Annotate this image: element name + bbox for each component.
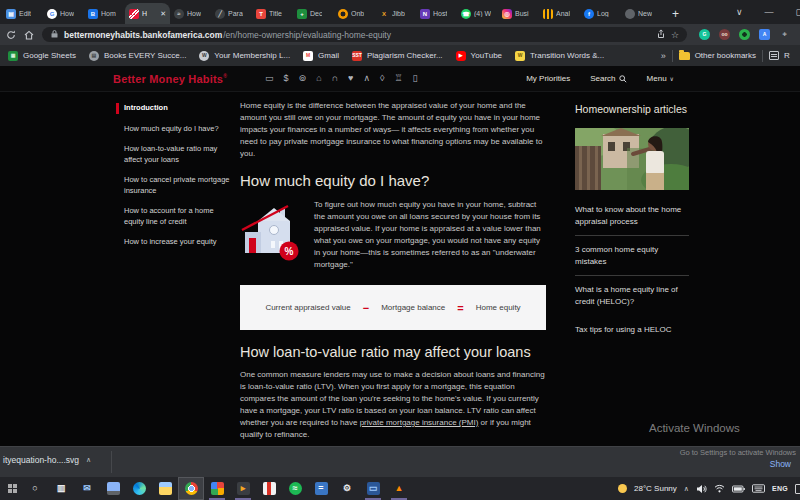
browser-tab[interactable]: ▤ Edit: [2, 3, 43, 24]
browser-tab[interactable]: Onb: [334, 3, 375, 24]
page-content: Better Money Habits® ▭$⊚⌂∩♥∧◊♖▯ My Prior…: [0, 66, 800, 446]
tab-close-icon[interactable]: ✕: [160, 10, 166, 18]
headphones-icon[interactable]: ∩: [332, 74, 338, 83]
toc-item[interactable]: How loan-to-value ratio may affect your …: [116, 144, 230, 165]
taskbar-app[interactable]: ✉: [74, 477, 100, 500]
weather-text[interactable]: 28°C Sunny: [634, 484, 677, 493]
url-bar[interactable]: bettermoneyhabits.bankofamerica.com/en/h…: [42, 27, 687, 42]
browser-tab[interactable]: X Jibb: [375, 3, 416, 24]
menu-button[interactable]: Menu ∨: [647, 74, 674, 83]
article-photo[interactable]: [575, 128, 689, 190]
share-icon[interactable]: [656, 29, 666, 41]
browser-tab[interactable]: Anal: [539, 3, 580, 24]
browser-tab[interactable]: ≈ How: [170, 3, 211, 24]
taskbar-app[interactable]: [256, 477, 282, 500]
battery-icon[interactable]: [732, 485, 745, 493]
new-tab-button[interactable]: +: [672, 7, 679, 21]
green-extension-icon[interactable]: [739, 29, 750, 40]
credit-card-icon[interactable]: ▭: [265, 74, 274, 83]
site-logo[interactable]: Better Money Habits®: [113, 73, 227, 85]
wifi-icon[interactable]: [714, 484, 725, 493]
taskbar-app[interactable]: ▥: [48, 477, 74, 500]
taskbar-app[interactable]: ○: [22, 477, 48, 500]
mask-extension-icon[interactable]: oo: [719, 29, 730, 40]
sidebar-article-link[interactable]: What is a home equity line of credit (HE…: [575, 276, 689, 315]
bookmark-item[interactable]: M Gmail: [303, 51, 339, 61]
tab-search-chevron-icon[interactable]: ∨: [736, 7, 743, 17]
home-icon[interactable]: [24, 30, 34, 40]
taskbar-app[interactable]: ▲: [386, 477, 412, 500]
graduation-cap-icon[interactable]: ∧: [363, 74, 370, 83]
downloaded-file[interactable]: ityequation-ho....svg ∧: [3, 455, 91, 465]
maximize-button[interactable]: ▢: [795, 7, 800, 17]
hidden-icons-chevron[interactable]: ∧: [684, 485, 689, 493]
browser-tab[interactable]: ╱ Para: [211, 3, 252, 24]
bookmark-item[interactable]: SST Plagiarism Checker...: [352, 51, 443, 61]
bookmark-star-icon[interactable]: ☆: [671, 30, 679, 40]
url-path: /en/home-ownership/evaluating-home-equit…: [223, 30, 391, 40]
translate-icon[interactable]: A: [759, 29, 770, 40]
spotify-icon: ≈: [289, 482, 302, 495]
taskbar-app[interactable]: [126, 477, 152, 500]
browser-tab[interactable]: T Title: [252, 3, 293, 24]
browser-tab[interactable]: G How: [43, 3, 84, 24]
keyboard-icon[interactable]: [752, 484, 765, 493]
browser-tab[interactable]: f Log: [580, 3, 621, 24]
piggy-bank-icon[interactable]: ⊚: [299, 74, 307, 83]
taskbar-app[interactable]: =: [308, 477, 334, 500]
download-caret-icon[interactable]: ∧: [86, 456, 91, 464]
taskbar-app[interactable]: [204, 477, 230, 500]
other-bookmarks[interactable]: Other bookmarks: [679, 51, 756, 60]
toc-item[interactable]: How to account for a home equity line of…: [116, 206, 230, 227]
touch-keyboard-icon[interactable]: [795, 484, 800, 494]
grammarly-icon[interactable]: G: [699, 29, 710, 40]
sidebar-article-link[interactable]: 3 common home equity mistakes: [575, 236, 689, 276]
taskbar-app[interactable]: ⚙: [334, 477, 360, 500]
browser-tab[interactable]: ☎ (4) W: [457, 3, 498, 24]
document-icon[interactable]: ▯: [413, 74, 418, 83]
taskbar-app[interactable]: [178, 477, 204, 500]
toc-item[interactable]: How to increase your equity: [116, 237, 230, 248]
bookmark-item[interactable]: W Your Membership L...: [199, 51, 290, 61]
show-all-downloads-button[interactable]: Show: [770, 459, 791, 469]
weather-sun-icon[interactable]: [618, 484, 627, 493]
sidebar-article-link[interactable]: Tax tips for using a HELOC: [575, 316, 689, 344]
taskbar-app[interactable]: [100, 477, 126, 500]
sidebar-article-link[interactable]: What to know about the home appraisal pr…: [575, 196, 689, 236]
toc-item[interactable]: Introduction: [116, 103, 230, 114]
bank-icon[interactable]: ♖: [394, 74, 402, 83]
toc-item[interactable]: How to cancel private mortgage insurance: [116, 175, 230, 196]
language-indicator[interactable]: ENG: [772, 485, 788, 492]
search-button[interactable]: Search: [590, 74, 626, 83]
category-icons: ▭$⊚⌂∩♥∧◊♖▯: [265, 74, 417, 83]
pmi-link[interactable]: private mortgage insurance (PMI): [360, 418, 479, 427]
dollar-icon[interactable]: $: [284, 74, 289, 83]
taskbar-app[interactable]: ▸: [230, 477, 256, 500]
browser-tab[interactable]: N Host: [416, 3, 457, 24]
bookmark-item[interactable]: ▶ YouTube: [456, 51, 502, 61]
taskbar-app[interactable]: [152, 477, 178, 500]
extensions-puzzle-icon[interactable]: ✚: [779, 29, 790, 40]
browser-tab[interactable]: + Dec: [293, 3, 334, 24]
browser-tab[interactable]: New: [621, 3, 662, 24]
minimize-button[interactable]: —: [764, 7, 773, 17]
home-icon[interactable]: ⌂: [316, 74, 321, 83]
bookmark-item[interactable]: ▦ Google Sheets: [8, 51, 76, 61]
browser-tab[interactable]: ◎ Busi: [498, 3, 539, 24]
start-button[interactable]: [2, 477, 22, 500]
reload-icon[interactable]: [6, 30, 16, 40]
bookmark-item[interactable]: ▤ Books EVERY Succe...: [89, 51, 186, 61]
speaker-icon[interactable]: [696, 484, 707, 494]
taskbar-app[interactable]: ≈: [282, 477, 308, 500]
browser-tab[interactable]: B Hom: [84, 3, 125, 24]
toc-item[interactable]: How much equity do I have?: [116, 124, 230, 135]
reading-list[interactable]: R: [769, 51, 792, 60]
sst-icon: SST: [352, 51, 362, 61]
bookmarks-overflow-chevron[interactable]: »: [661, 51, 666, 61]
bookmark-item[interactable]: W Transition Words &...: [515, 51, 604, 61]
my-priorities-link[interactable]: My Priorities: [526, 74, 570, 83]
taskbar-app[interactable]: ▭: [360, 477, 386, 500]
browser-tab[interactable]: H ✕: [125, 3, 170, 24]
hand-heart-icon[interactable]: ♥: [348, 74, 353, 83]
shield-icon[interactable]: ◊: [380, 74, 384, 83]
